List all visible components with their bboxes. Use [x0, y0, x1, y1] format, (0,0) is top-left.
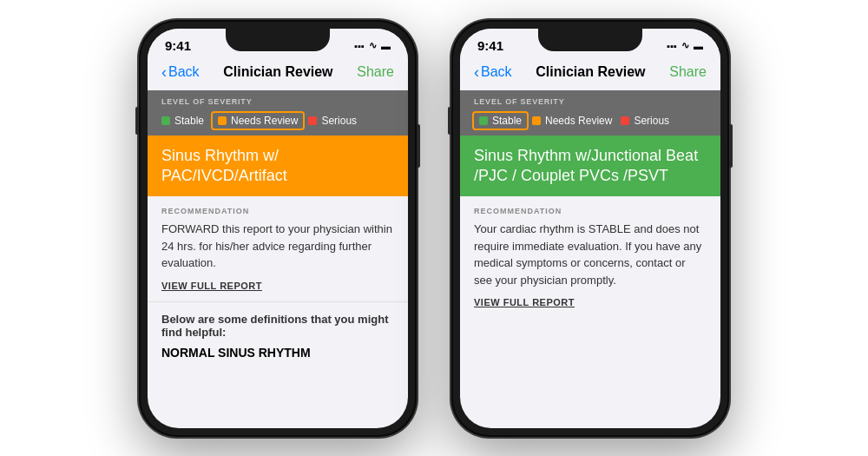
status-time-1: 9:41 — [165, 38, 191, 53]
definitions-intro-1: Below are some definitions that you migh… — [161, 313, 394, 339]
notch-1 — [226, 29, 330, 51]
phone-1: 9:41 ▪▪▪ ∿ ▬ ‹ Back Clinician Review Sha… — [139, 20, 417, 437]
phone-screen-2: 9:41 ▪▪▪ ∿ ▬ ‹ Back Clinician Review Sha… — [460, 29, 720, 428]
severity-label-2: LEVEL OF SEVERITY — [474, 97, 707, 106]
severity-options-2: Stable Needs Review Serious — [474, 113, 707, 129]
nav-bar-2: ‹ Back Clinician Review Share — [460, 60, 720, 90]
recommendation-section-2: RECOMMENDATION Your cardiac rhythm is ST… — [460, 196, 720, 318]
back-button-1[interactable]: ‹ Back — [161, 63, 200, 82]
share-button-2[interactable]: Share — [669, 64, 707, 80]
signal-icon-2: ▪▪▪ — [667, 41, 677, 51]
view-full-report-1[interactable]: VIEW FULL REPORT — [161, 281, 394, 291]
share-button-1[interactable]: Share — [357, 64, 394, 80]
back-label-2: Back — [481, 64, 512, 80]
recommendation-label-1: RECOMMENDATION — [161, 207, 394, 215]
recommendation-text-1: FORWARD this report to your physician wi… — [161, 221, 394, 272]
definitions-section-1: Below are some definitions that you migh… — [148, 301, 408, 370]
severity-dot-stable-1 — [161, 116, 170, 125]
back-label-1: Back — [168, 64, 200, 80]
severity-stable-2[interactable]: Stable — [472, 111, 529, 130]
severity-needs-review-1[interactable]: Needs Review — [211, 111, 305, 130]
back-button-2[interactable]: ‹ Back — [474, 63, 512, 82]
diagnosis-header-1: Sinus Rhythm w/ PAC/IVCD/Artifact — [148, 135, 408, 197]
nav-title-2: Clinician Review — [536, 64, 645, 80]
wifi-icon-1: ∿ — [369, 40, 377, 51]
severity-options-1: Stable Needs Review Serious — [161, 113, 394, 129]
severity-stable-label-1: Stable — [174, 115, 204, 127]
view-full-report-2[interactable]: VIEW FULL REPORT — [474, 297, 707, 307]
back-chevron-1: ‹ — [161, 63, 167, 82]
status-icons-1: ▪▪▪ ∿ ▬ — [354, 40, 391, 51]
severity-serious-2[interactable]: Serious — [621, 115, 669, 127]
severity-dot-needs-review-2 — [532, 116, 541, 125]
severity-dot-serious-1 — [308, 116, 317, 125]
severity-serious-1[interactable]: Serious — [308, 115, 357, 127]
severity-dot-needs-review-1 — [218, 116, 227, 125]
signal-icon-1: ▪▪▪ — [354, 41, 365, 51]
severity-section-1: LEVEL OF SEVERITY Stable Needs Review — [148, 90, 408, 135]
severity-label-1: LEVEL OF SEVERITY — [161, 97, 394, 106]
diagnosis-header-2: Sinus Rhythm w/Junctional Beat /PJC / Co… — [460, 135, 720, 197]
notch-2 — [538, 29, 642, 51]
nav-bar-1: ‹ Back Clinician Review Share — [148, 60, 408, 90]
recommendation-section-1: RECOMMENDATION FORWARD this report to yo… — [148, 196, 408, 301]
nav-title-1: Clinician Review — [223, 64, 332, 80]
wifi-icon-2: ∿ — [681, 40, 689, 51]
severity-needs-review-label-1: Needs Review — [231, 115, 298, 127]
severity-serious-label-2: Serious — [634, 115, 669, 127]
battery-icon-1: ▬ — [381, 41, 391, 51]
severity-stable-1[interactable]: Stable — [161, 115, 204, 127]
severity-serious-label-1: Serious — [321, 115, 357, 127]
phones-container: 9:41 ▪▪▪ ∿ ▬ ‹ Back Clinician Review Sha… — [122, 3, 746, 454]
severity-needs-review-label-2: Needs Review — [545, 115, 612, 127]
battery-icon-2: ▬ — [694, 41, 703, 51]
severity-stable-label-2: Stable — [492, 115, 522, 127]
back-chevron-2: ‹ — [474, 63, 479, 82]
definition-heading-1: NORMAL SINUS RHYTHM — [161, 346, 394, 360]
severity-dot-serious-2 — [621, 116, 629, 125]
status-time-2: 9:41 — [477, 38, 503, 53]
severity-dot-stable-2 — [479, 116, 488, 125]
severity-section-2: LEVEL OF SEVERITY Stable Needs Review — [460, 90, 720, 135]
phone-2: 9:41 ▪▪▪ ∿ ▬ ‹ Back Clinician Review Sha… — [451, 20, 729, 437]
recommendation-text-2: Your cardiac rhythm is STABLE and does n… — [474, 221, 707, 288]
phone-screen-1: 9:41 ▪▪▪ ∿ ▬ ‹ Back Clinician Review Sha… — [148, 29, 408, 428]
severity-needs-review-2[interactable]: Needs Review — [532, 115, 612, 127]
recommendation-label-2: RECOMMENDATION — [474, 207, 707, 215]
status-icons-2: ▪▪▪ ∿ ▬ — [667, 40, 703, 51]
